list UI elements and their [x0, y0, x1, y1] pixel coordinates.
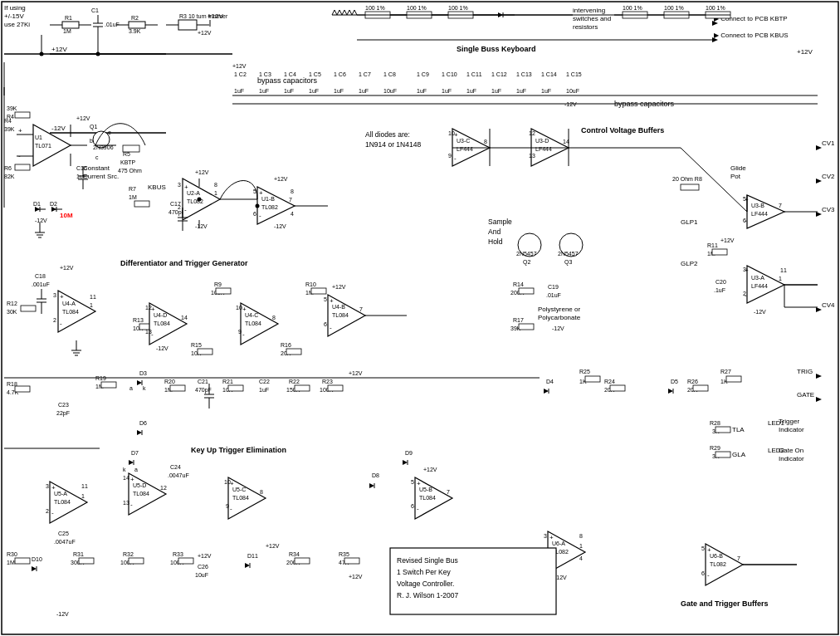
svg-text:10M: 10M: [60, 212, 73, 219]
svg-text:LF444: LF444: [751, 211, 768, 217]
svg-text:1 C7: 1 C7: [359, 71, 371, 77]
svg-text:6: 6: [411, 503, 414, 509]
svg-text:+12V: +12V: [720, 237, 735, 243]
svg-text:R16: R16: [281, 342, 291, 348]
svg-text:-: -: [51, 509, 54, 516]
svg-text:C21: C21: [198, 379, 208, 384]
svg-text:R31: R31: [73, 551, 84, 557]
svg-text:Voltage Controller.: Voltage Controller.: [397, 580, 454, 588]
svg-text:-: -: [60, 320, 62, 327]
svg-text:All diodes are:: All diodes are:: [365, 130, 410, 139]
svg-text:C26: C26: [198, 564, 208, 570]
svg-text:11: 11: [780, 267, 787, 273]
svg-text:R35: R35: [339, 551, 349, 557]
svg-text:intervening: intervening: [573, 7, 605, 14]
svg-text:Sample: Sample: [488, 218, 512, 226]
svg-point-516: [256, 204, 260, 208]
svg-text:-12V: -12V: [156, 345, 168, 351]
svg-text:2: 2: [178, 204, 181, 210]
svg-text:12: 12: [145, 305, 152, 311]
svg-text:10uF: 10uF: [195, 572, 208, 578]
svg-text:C1: C1: [91, 7, 99, 13]
svg-rect-306: [170, 385, 185, 391]
svg-text:+12V: +12V: [198, 553, 212, 559]
svg-text:1M: 1M: [63, 28, 71, 34]
svg-text:TL082: TL082: [261, 204, 278, 210]
svg-text:▶ Connect to PCB KBUS: ▶ Connect to PCB KBUS: [714, 32, 789, 39]
svg-text:30K: 30K: [7, 309, 17, 315]
svg-text:LF444: LF444: [457, 146, 473, 152]
svg-text:-: -: [707, 571, 710, 579]
svg-text:R15: R15: [191, 342, 202, 348]
svg-rect-293: [15, 386, 30, 392]
svg-text:R10: R10: [305, 281, 316, 287]
svg-text:6: 6: [743, 218, 746, 223]
svg-text:+12V: +12V: [232, 63, 247, 69]
svg-text:-: -: [242, 330, 245, 338]
svg-text:R6: R6: [4, 165, 12, 171]
svg-text:TL082: TL082: [710, 561, 726, 567]
svg-text:3: 3: [53, 292, 56, 298]
svg-text:R26: R26: [687, 379, 698, 384]
svg-text:U4-A: U4-A: [62, 301, 76, 306]
svg-text:1uF: 1uF: [284, 88, 294, 94]
svg-text:U4-B: U4-B: [332, 304, 345, 310]
svg-text:k: k: [123, 467, 126, 472]
svg-text:KBTP: KBTP: [120, 159, 136, 165]
svg-text:TL084: TL084: [232, 495, 249, 501]
svg-text:13: 13: [145, 329, 152, 335]
svg-text:use 27Ki: use 27Ki: [4, 21, 30, 28]
svg-text:+12V: +12V: [60, 265, 74, 271]
svg-rect-311: [228, 385, 243, 391]
svg-rect-129: [123, 145, 139, 152]
svg-text:+: +: [18, 127, 22, 135]
svg-text:5: 5: [743, 196, 746, 202]
svg-text:If using: If using: [4, 4, 26, 12]
svg-rect-206: [519, 288, 534, 294]
svg-text:+/-15V: +/-15V: [4, 12, 24, 20]
svg-text:1 C6: 1 C6: [334, 71, 346, 77]
svg-text:1uF: 1uF: [541, 88, 551, 94]
svg-text:100 1%: 100 1%: [448, 5, 468, 11]
svg-text:Indicator: Indicator: [779, 426, 804, 433]
svg-text:D10: D10: [32, 556, 42, 562]
svg-text:6: 6: [324, 321, 327, 327]
svg-text:6: 6: [253, 211, 256, 217]
svg-text:D4: D4: [546, 379, 554, 384]
svg-text:1 C11: 1 C11: [466, 71, 482, 77]
svg-point-515: [198, 198, 202, 202]
svg-text:+: +: [242, 306, 247, 313]
svg-rect-451: [344, 558, 359, 564]
svg-text:1uF: 1uF: [309, 88, 319, 94]
svg-text:TRIG: TRIG: [797, 368, 813, 375]
svg-text:U5-A: U5-A: [54, 491, 67, 497]
svg-text:2N5457: 2N5457: [558, 251, 579, 257]
svg-text:7: 7: [779, 203, 782, 208]
svg-text:D1: D1: [33, 201, 41, 207]
svg-text:TL084: TL084: [154, 320, 170, 326]
svg-text:9: 9: [448, 153, 452, 159]
svg-text:-: -: [230, 505, 232, 512]
svg-rect-214: [519, 324, 534, 330]
svg-text:e: e: [108, 130, 111, 135]
svg-rect-319: [328, 385, 343, 391]
svg-text:1 C13: 1 C13: [516, 71, 532, 77]
svg-text:switches and: switches and: [573, 15, 611, 22]
svg-text:1: 1: [579, 543, 583, 549]
svg-text:R29: R29: [710, 445, 720, 451]
svg-text:R9: R9: [214, 281, 222, 287]
svg-text:1 C14: 1 C14: [541, 71, 557, 77]
svg-text:Hold: Hold: [488, 237, 503, 246]
svg-text:-12V: -12V: [56, 611, 69, 617]
svg-text:KBUS: KBUS: [148, 183, 166, 191]
svg-text:1N914 or 1N4148: 1N914 or 1N4148: [365, 140, 421, 149]
svg-text:.1uF: .1uF: [714, 287, 725, 293]
svg-text:5: 5: [324, 296, 327, 302]
svg-text:1M: 1M: [7, 560, 15, 565]
svg-rect-316: [295, 385, 310, 391]
svg-text:1uF: 1uF: [442, 88, 452, 94]
svg-text:1uF: 1uF: [259, 88, 269, 94]
svg-text:U6-A: U6-A: [552, 541, 565, 546]
svg-text:+: +: [259, 189, 263, 197]
svg-text:-12V: -12V: [51, 125, 66, 132]
